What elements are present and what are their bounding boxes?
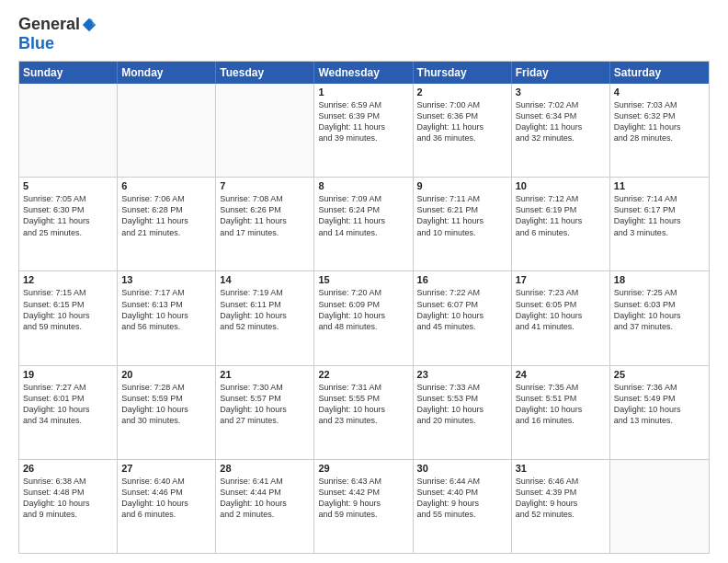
calendar-row-3: 19Sunrise: 7:27 AM Sunset: 6:01 PM Dayli… [19, 365, 709, 459]
calendar-body: 1Sunrise: 6:59 AM Sunset: 6:39 PM Daylig… [19, 84, 709, 553]
day-number: 15 [318, 274, 408, 285]
day-number: 9 [417, 180, 507, 191]
day-cell-7: 7Sunrise: 7:08 AM Sunset: 6:26 PM Daylig… [216, 178, 314, 270]
calendar-row-0: 1Sunrise: 6:59 AM Sunset: 6:39 PM Daylig… [19, 84, 709, 177]
calendar-row-1: 5Sunrise: 7:05 AM Sunset: 6:30 PM Daylig… [19, 177, 709, 270]
day-info: Sunrise: 7:06 AM Sunset: 6:28 PM Dayligh… [121, 193, 211, 238]
day-number: 1 [318, 86, 408, 98]
day-number: 24 [516, 369, 606, 380]
day-cell-11: 11Sunrise: 7:14 AM Sunset: 6:17 PM Dayli… [610, 178, 709, 270]
day-info: Sunrise: 6:40 AM Sunset: 4:46 PM Dayligh… [121, 476, 211, 521]
day-info: Sunrise: 7:02 AM Sunset: 6:34 PM Dayligh… [516, 99, 606, 144]
day-info: Sunrise: 6:59 AM Sunset: 6:39 PM Dayligh… [318, 99, 408, 144]
day-info: Sunrise: 7:11 AM Sunset: 6:21 PM Dayligh… [417, 193, 507, 238]
day-cell-19: 19Sunrise: 7:27 AM Sunset: 6:01 PM Dayli… [19, 366, 118, 459]
day-cell-2: 2Sunrise: 7:00 AM Sunset: 6:36 PM Daylig… [414, 84, 512, 177]
day-cell-24: 24Sunrise: 7:35 AM Sunset: 5:51 PM Dayli… [512, 366, 610, 459]
day-number: 14 [220, 274, 310, 285]
day-number: 18 [614, 274, 705, 285]
day-info: Sunrise: 6:44 AM Sunset: 4:40 PM Dayligh… [417, 476, 507, 521]
day-info: Sunrise: 7:35 AM Sunset: 5:51 PM Dayligh… [516, 382, 606, 427]
day-info: Sunrise: 7:05 AM Sunset: 6:30 PM Dayligh… [23, 193, 113, 238]
calendar: SundayMondayTuesdayWednesdayThursdayFrid… [18, 61, 710, 554]
day-info: Sunrise: 7:22 AM Sunset: 6:07 PM Dayligh… [417, 287, 507, 332]
day-info: Sunrise: 7:20 AM Sunset: 6:09 PM Dayligh… [318, 287, 408, 332]
day-info: Sunrise: 7:28 AM Sunset: 5:59 PM Dayligh… [121, 382, 211, 427]
day-info: Sunrise: 7:15 AM Sunset: 6:15 PM Dayligh… [23, 287, 113, 332]
day-info: Sunrise: 6:46 AM Sunset: 4:39 PM Dayligh… [516, 476, 606, 521]
empty-cell-4-6 [610, 460, 709, 553]
day-cell-10: 10Sunrise: 7:12 AM Sunset: 6:19 PM Dayli… [512, 178, 610, 270]
day-info: Sunrise: 7:31 AM Sunset: 5:55 PM Dayligh… [318, 382, 408, 427]
day-number: 28 [220, 463, 310, 474]
day-cell-23: 23Sunrise: 7:33 AM Sunset: 5:53 PM Dayli… [414, 366, 512, 459]
day-number: 19 [23, 369, 113, 380]
empty-cell-0-0 [19, 84, 118, 177]
empty-cell-0-2 [216, 84, 314, 177]
day-cell-12: 12Sunrise: 7:15 AM Sunset: 6:15 PM Dayli… [19, 271, 118, 364]
weekday-header-tuesday: Tuesday [216, 62, 314, 84]
day-cell-18: 18Sunrise: 7:25 AM Sunset: 6:03 PM Dayli… [610, 271, 709, 364]
day-number: 30 [417, 463, 507, 474]
page: General Blue SundayMondayTuesdayWednesda… [0, 0, 728, 563]
day-cell-5: 5Sunrise: 7:05 AM Sunset: 6:30 PM Daylig… [19, 178, 118, 270]
day-number: 12 [23, 274, 113, 285]
day-cell-14: 14Sunrise: 7:19 AM Sunset: 6:11 PM Dayli… [216, 271, 314, 364]
day-info: Sunrise: 7:27 AM Sunset: 6:01 PM Dayligh… [23, 382, 113, 427]
day-info: Sunrise: 7:33 AM Sunset: 5:53 PM Dayligh… [417, 382, 507, 427]
header: General Blue [18, 15, 710, 53]
day-number: 29 [318, 463, 408, 474]
day-cell-17: 17Sunrise: 7:23 AM Sunset: 6:05 PM Dayli… [512, 271, 610, 364]
day-info: Sunrise: 7:14 AM Sunset: 6:17 PM Dayligh… [614, 193, 705, 238]
day-info: Sunrise: 7:23 AM Sunset: 6:05 PM Dayligh… [516, 287, 606, 332]
day-cell-15: 15Sunrise: 7:20 AM Sunset: 6:09 PM Dayli… [314, 271, 413, 364]
day-cell-9: 9Sunrise: 7:11 AM Sunset: 6:21 PM Daylig… [414, 178, 512, 270]
weekday-header-friday: Friday [512, 62, 610, 84]
empty-cell-0-1 [118, 84, 216, 177]
day-number: 21 [220, 369, 310, 380]
day-cell-4: 4Sunrise: 7:03 AM Sunset: 6:32 PM Daylig… [610, 84, 709, 177]
day-number: 31 [516, 463, 606, 474]
day-cell-25: 25Sunrise: 7:36 AM Sunset: 5:49 PM Dayli… [610, 366, 709, 459]
day-cell-29: 29Sunrise: 6:43 AM Sunset: 4:42 PM Dayli… [314, 460, 413, 553]
day-number: 5 [23, 180, 113, 191]
day-info: Sunrise: 7:25 AM Sunset: 6:03 PM Dayligh… [614, 287, 705, 332]
weekday-header-wednesday: Wednesday [314, 62, 413, 84]
day-number: 23 [417, 369, 507, 380]
day-number: 2 [417, 86, 507, 98]
logo-general: General [18, 15, 80, 34]
logo-blue: Blue [18, 34, 97, 53]
calendar-row-2: 12Sunrise: 7:15 AM Sunset: 6:15 PM Dayli… [19, 270, 709, 364]
day-number: 17 [516, 274, 606, 285]
weekday-header-monday: Monday [118, 62, 216, 84]
weekday-header-sunday: Sunday [19, 62, 118, 84]
logo: General Blue [18, 15, 97, 53]
day-number: 22 [318, 369, 408, 380]
day-cell-27: 27Sunrise: 6:40 AM Sunset: 4:46 PM Dayli… [118, 460, 216, 553]
day-number: 6 [121, 180, 211, 191]
day-cell-28: 28Sunrise: 6:41 AM Sunset: 4:44 PM Dayli… [216, 460, 314, 553]
day-info: Sunrise: 6:41 AM Sunset: 4:44 PM Dayligh… [220, 476, 310, 521]
day-info: Sunrise: 7:08 AM Sunset: 6:26 PM Dayligh… [220, 193, 310, 238]
day-number: 8 [318, 180, 408, 191]
day-cell-16: 16Sunrise: 7:22 AM Sunset: 6:07 PM Dayli… [414, 271, 512, 364]
day-info: Sunrise: 7:36 AM Sunset: 5:49 PM Dayligh… [614, 382, 705, 427]
weekday-header-thursday: Thursday [414, 62, 512, 84]
day-number: 20 [121, 369, 211, 380]
day-number: 4 [614, 86, 705, 98]
day-info: Sunrise: 7:19 AM Sunset: 6:11 PM Dayligh… [220, 287, 310, 332]
day-info: Sunrise: 7:17 AM Sunset: 6:13 PM Dayligh… [121, 287, 211, 332]
day-number: 7 [220, 180, 310, 191]
day-info: Sunrise: 6:38 AM Sunset: 4:48 PM Dayligh… [23, 476, 113, 521]
day-number: 16 [417, 274, 507, 285]
day-cell-26: 26Sunrise: 6:38 AM Sunset: 4:48 PM Dayli… [19, 460, 118, 553]
day-info: Sunrise: 7:09 AM Sunset: 6:24 PM Dayligh… [318, 193, 408, 238]
day-cell-31: 31Sunrise: 6:46 AM Sunset: 4:39 PM Dayli… [512, 460, 610, 553]
day-info: Sunrise: 7:12 AM Sunset: 6:19 PM Dayligh… [516, 193, 606, 238]
day-number: 11 [614, 180, 705, 191]
day-number: 27 [121, 463, 211, 474]
calendar-header: SundayMondayTuesdayWednesdayThursdayFrid… [19, 62, 709, 84]
weekday-header-saturday: Saturday [610, 62, 709, 84]
day-cell-1: 1Sunrise: 6:59 AM Sunset: 6:39 PM Daylig… [314, 84, 413, 177]
day-info: Sunrise: 6:43 AM Sunset: 4:42 PM Dayligh… [318, 476, 408, 521]
